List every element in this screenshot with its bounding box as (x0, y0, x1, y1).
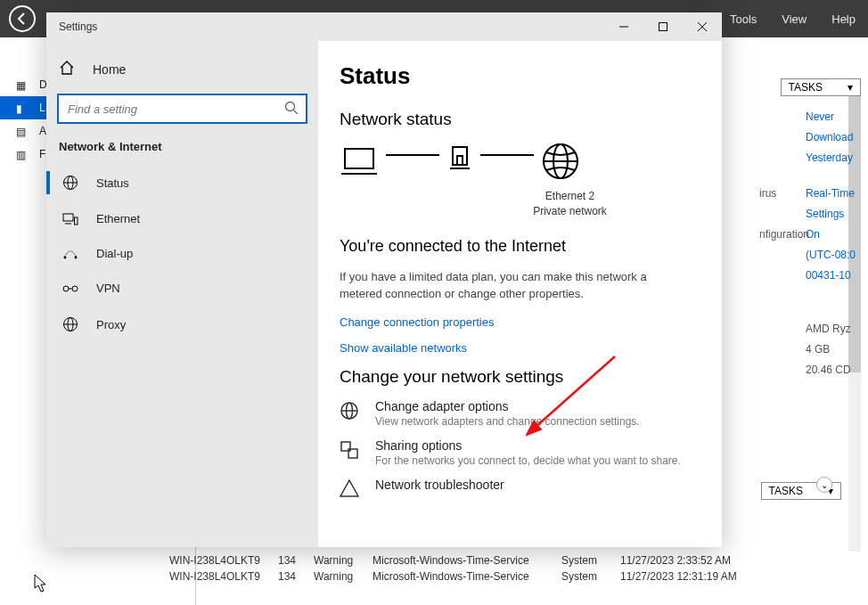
bg-link[interactable]: Never (806, 107, 856, 127)
close-icon (698, 22, 707, 31)
event-table: WIN-I238L4OLKT9 134 Warning Microsoft-Wi… (169, 552, 859, 585)
adapter-icon (340, 399, 361, 423)
option-sharing[interactable]: Sharing options For the networks you con… (340, 438, 700, 467)
bg-link[interactable]: Download (806, 127, 856, 148)
nav-label: Ethernet (96, 212, 140, 225)
svg-rect-1 (659, 23, 667, 31)
connected-heading: You're connected to the Internet (340, 237, 722, 256)
home-button[interactable]: Home (46, 55, 318, 83)
search-input[interactable] (57, 94, 307, 124)
bg-right-panel: TASKS▾ (720, 37, 861, 96)
network-diagram (340, 142, 722, 184)
option-sub: View network adapters and change connect… (375, 415, 640, 428)
menu-tools[interactable]: Tools (717, 0, 769, 37)
globe-icon (62, 175, 78, 191)
option-title: Change adapter options (375, 399, 640, 413)
proxy-icon (62, 316, 78, 332)
nav-dialup[interactable]: Dial-up (46, 236, 318, 271)
svg-rect-8 (75, 217, 78, 225)
tasks-button[interactable]: TASKS▾ (781, 78, 861, 96)
close-button[interactable] (683, 12, 722, 41)
nav-label: Proxy (96, 318, 126, 331)
computer-icon (340, 143, 379, 182)
nav-status[interactable]: Status (46, 164, 318, 201)
home-icon (59, 61, 75, 78)
home-label: Home (93, 62, 126, 77)
svg-point-11 (75, 256, 78, 258)
expand-toggle[interactable]: ⌄ (816, 477, 832, 493)
minimize-icon (619, 22, 628, 31)
network-label: Ethernet 2 Private network (418, 189, 722, 219)
section-title: Network status (340, 110, 722, 129)
menu-view[interactable]: View (769, 0, 819, 37)
bg-link[interactable]: (UTC-08:0 (806, 245, 856, 266)
link-connection-properties[interactable]: Change connection properties (340, 315, 700, 329)
category-header: Network & Internet (46, 140, 318, 164)
bg-static: 4 GB (806, 339, 856, 360)
svg-line-3 (294, 110, 299, 115)
bg-link[interactable]: Settings (806, 204, 856, 225)
bg-side-label: irus (759, 184, 776, 204)
settings-content: Status Network status Ethernet 2 Private… (318, 41, 722, 547)
maximize-icon (659, 22, 667, 31)
nav-vpn[interactable]: VPN (46, 271, 318, 306)
window-title: Settings (59, 20, 97, 33)
svg-rect-21 (457, 156, 463, 165)
link-available-networks[interactable]: Show available networks (340, 341, 700, 355)
change-settings-heading: Change your network settings (340, 367, 722, 387)
page-title: Status (340, 62, 722, 90)
option-troubleshooter[interactable]: Network troubleshooter (340, 478, 700, 500)
bg-static: 20.46 CD (806, 360, 856, 380)
svg-point-10 (64, 256, 67, 258)
nav-label: Status (96, 176, 129, 190)
nav-ethernet[interactable]: Ethernet (46, 201, 318, 236)
menu-help[interactable]: Help (819, 0, 868, 37)
svg-rect-7 (63, 214, 73, 221)
sharing-icon (340, 438, 361, 462)
option-sub: For the networks you connect to, decide … (375, 454, 681, 467)
nav-proxy[interactable]: Proxy (46, 306, 318, 343)
bg-link[interactable]: On (806, 225, 856, 245)
back-button[interactable] (9, 5, 36, 32)
settings-window: Settings Home Network & Internet Status (46, 12, 722, 547)
globe-icon (541, 142, 580, 184)
option-title: Sharing options (375, 438, 681, 453)
option-title: Network troubleshooter (375, 478, 504, 492)
maximize-button[interactable] (643, 12, 683, 41)
svg-point-13 (72, 286, 78, 291)
svg-point-2 (286, 102, 295, 111)
ethernet-icon (62, 213, 78, 225)
dialup-icon (62, 248, 78, 260)
option-adapter[interactable]: Change adapter options View network adap… (340, 399, 700, 428)
svg-rect-18 (345, 149, 373, 168)
bg-side-label: nfiguration (759, 225, 809, 245)
table-row[interactable]: WIN-I238L4OLKT9 134 Warning Microsoft-Wi… (169, 552, 859, 568)
nav-label: Dial-up (96, 247, 133, 260)
nav-label: VPN (96, 282, 120, 295)
table-row[interactable]: WIN-I238L4OLKT9 134 Warning Microsoft-Wi… (169, 568, 859, 585)
bg-link[interactable]: Real-Time (806, 184, 856, 204)
svg-point-12 (63, 286, 69, 291)
settings-sidebar: Home Network & Internet Status Ethernet … (46, 41, 318, 547)
warning-icon (340, 478, 361, 500)
bg-link[interactable]: 00431-10 (806, 266, 856, 286)
window-titlebar[interactable]: Settings (46, 12, 722, 41)
search-icon (284, 101, 299, 118)
router-icon (446, 143, 473, 182)
bg-links-list: Never Download Yesterday irus Real-Time … (806, 107, 856, 380)
bg-link[interactable]: Yesterday (806, 148, 856, 168)
connected-body: If you have a limited data plan, you can… (340, 268, 678, 303)
cursor-icon (34, 574, 48, 593)
bg-static: AMD Ryz (806, 319, 856, 339)
chevron-down-icon: ⌄ (821, 480, 828, 490)
minimize-button[interactable] (604, 12, 643, 41)
chevron-down-icon: ▾ (848, 81, 853, 94)
vpn-icon (62, 283, 78, 294)
arrow-left-icon (15, 12, 29, 26)
